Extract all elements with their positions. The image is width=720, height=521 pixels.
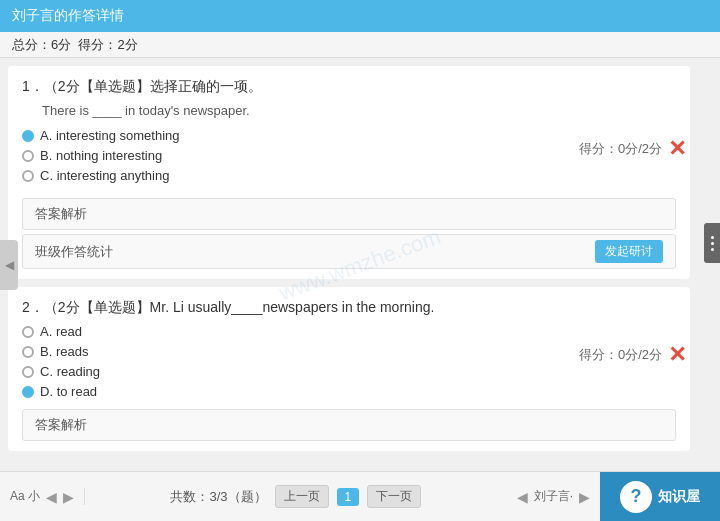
current-page-badge: 1 bbox=[337, 488, 360, 506]
q2-option-d-label: D. bbox=[40, 384, 57, 399]
q2-option-b-text: reads bbox=[56, 344, 89, 359]
q1-header: 1．（2分【单选题】选择正确的一项。 bbox=[22, 76, 676, 97]
q2-option-b-label: B. bbox=[40, 344, 56, 359]
q1-option-a-label: A. bbox=[40, 128, 56, 143]
earned-score: 得分：2分 bbox=[78, 36, 137, 54]
bottom-bar: Aa 小 ◀ ▶ 共数：3/3（题） 上一页 1 下一页 ◀ 刘子言· ▶ ? … bbox=[0, 471, 720, 521]
q2-option-b[interactable]: B. reads bbox=[22, 344, 676, 359]
next-page-button[interactable]: 下一页 bbox=[367, 485, 421, 508]
q1-option-b-dot bbox=[22, 150, 34, 162]
logo-icon-char: ? bbox=[631, 486, 642, 507]
score-summary: 总分：6分 得分：2分 bbox=[0, 32, 720, 58]
q1-number: 1．（ bbox=[22, 78, 58, 94]
q2-score-area: A. read B. reads C. reading D. to read 得… bbox=[22, 324, 676, 399]
q1-option-a[interactable]: A. interesting something bbox=[22, 128, 676, 143]
side-arrow[interactable]: ◀ bbox=[0, 240, 18, 290]
q2-header: 2．（2分【单选题】Mr. Li usually____newspapers i… bbox=[22, 297, 676, 318]
q2-number: 2．（ bbox=[22, 299, 58, 315]
q1-instruction: 选择正确的一项。 bbox=[150, 78, 262, 94]
logo-icon: ? bbox=[620, 481, 652, 513]
q1-option-c[interactable]: C. interesting anything bbox=[22, 168, 676, 183]
q1-option-b-label: B. bbox=[40, 148, 56, 163]
q1-wrong-icon: ✕ bbox=[668, 138, 686, 160]
q2-text-en: Mr. Li usually____newspapers in the morn… bbox=[150, 299, 435, 315]
q2-points: 2分 bbox=[58, 299, 80, 315]
q1-answer-label: 答案解析 bbox=[35, 206, 87, 221]
q1-answer-section: 答案解析 班级作答统计 发起研讨 bbox=[22, 198, 676, 269]
page-title: 刘子言的作答详情 bbox=[12, 7, 124, 25]
q2-score-badge: 得分：0分/2分 ✕ bbox=[579, 344, 686, 366]
q2-option-a-label: A. bbox=[40, 324, 56, 339]
total-score: 总分：6分 bbox=[12, 36, 71, 54]
q2-option-c-text: reading bbox=[57, 364, 100, 379]
logo-area[interactable]: ? 知识屋 bbox=[600, 472, 720, 522]
q1-answer-row[interactable]: 答案解析 bbox=[22, 198, 676, 230]
q1-option-b[interactable]: B. nothing interesting bbox=[22, 148, 676, 163]
q1-discuss-button[interactable]: 发起研讨 bbox=[595, 240, 663, 263]
q1-points: 2分 bbox=[58, 78, 80, 94]
q2-score-text: 得分：0分/2分 bbox=[579, 346, 662, 364]
logo-name: 知识屋 bbox=[658, 488, 700, 506]
q2-wrong-icon: ✕ bbox=[668, 344, 686, 366]
pagination-total: 共数：3/3（题） bbox=[170, 488, 266, 506]
q2-answer-label: 答案解析 bbox=[35, 417, 87, 432]
q2-option-c-label: C. bbox=[40, 364, 57, 379]
q1-score-badge: 得分：0分/2分 ✕ bbox=[579, 138, 686, 160]
pagination: 共数：3/3（题） 上一页 1 下一页 bbox=[85, 485, 507, 508]
q1-text-en: There is ____ in today's newspaper. bbox=[22, 103, 676, 118]
q1-class-stats-label: 班级作答统计 bbox=[35, 243, 113, 261]
q1-score-text: 得分：0分/2分 bbox=[579, 140, 662, 158]
q1-option-c-label: C. bbox=[40, 168, 57, 183]
font-smaller-icon[interactable]: ◀ bbox=[46, 489, 57, 505]
right-handle[interactable] bbox=[704, 223, 720, 263]
font-controls: Aa 小 ◀ ▶ bbox=[0, 488, 85, 505]
q2-answer-row[interactable]: 答案解析 bbox=[22, 409, 676, 441]
title-bar: 刘子言的作答详情 bbox=[0, 0, 720, 32]
q2-type: 【单选题】 bbox=[80, 299, 150, 315]
q2-option-c[interactable]: C. reading bbox=[22, 364, 676, 379]
q2-option-c-dot bbox=[22, 366, 34, 378]
student-nav: ◀ 刘子言· ▶ bbox=[507, 488, 600, 505]
q2-option-d-dot bbox=[22, 386, 34, 398]
q1-option-c-text: interesting anything bbox=[57, 168, 170, 183]
q2-option-d[interactable]: D. to read bbox=[22, 384, 676, 399]
q1-type: 【单选题】 bbox=[80, 78, 150, 94]
q2-option-a-dot bbox=[22, 326, 34, 338]
q1-option-a-text: interesting something bbox=[56, 128, 180, 143]
q1-option-b-text: nothing interesting bbox=[56, 148, 162, 163]
q2-option-b-dot bbox=[22, 346, 34, 358]
main-content: ◀ www.wmzhe.com 1．（2分【单选题】选择正确的一项。 There… bbox=[0, 58, 720, 471]
q2-option-a[interactable]: A. read bbox=[22, 324, 676, 339]
q1-option-a-dot bbox=[22, 130, 34, 142]
student-prev-icon[interactable]: ◀ bbox=[517, 489, 528, 505]
question-1-block: 1．（2分【单选题】选择正确的一项。 There is ____ in toda… bbox=[8, 66, 690, 279]
q2-option-a-text: read bbox=[56, 324, 82, 339]
right-handle-dots bbox=[711, 236, 714, 251]
font-larger-icon[interactable]: ▶ bbox=[63, 489, 74, 505]
student-next-icon[interactable]: ▶ bbox=[579, 489, 590, 505]
q2-answer-section: 答案解析 bbox=[22, 409, 676, 441]
student-name: 刘子言· bbox=[534, 488, 573, 505]
q1-score-area: A. interesting something B. nothing inte… bbox=[22, 128, 676, 188]
font-label: Aa 小 bbox=[10, 488, 40, 505]
q1-option-c-dot bbox=[22, 170, 34, 182]
q2-option-d-text: to read bbox=[57, 384, 97, 399]
question-2-block: 2．（2分【单选题】Mr. Li usually____newspapers i… bbox=[8, 287, 690, 451]
q1-class-stats-row[interactable]: 班级作答统计 发起研讨 bbox=[22, 234, 676, 269]
prev-page-button[interactable]: 上一页 bbox=[275, 485, 329, 508]
